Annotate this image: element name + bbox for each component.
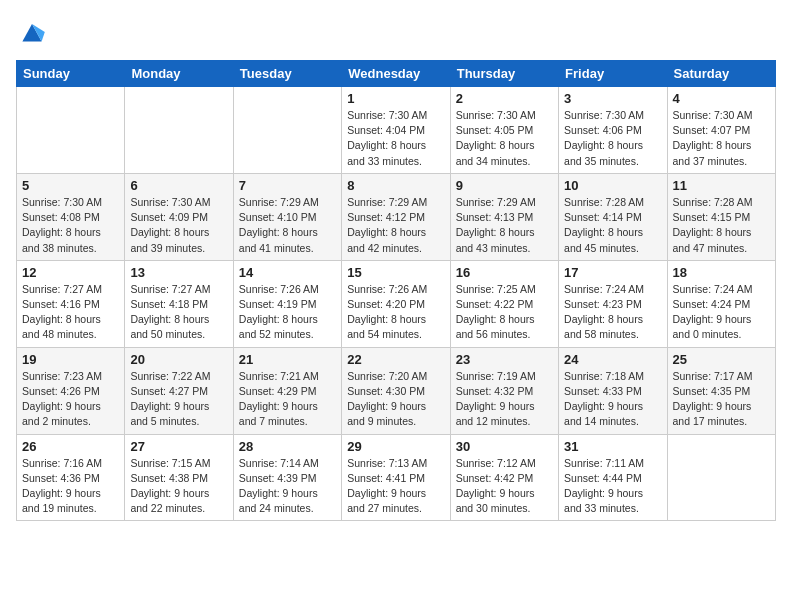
day-number: 9 bbox=[456, 178, 553, 193]
day-info: Sunrise: 7:30 AM Sunset: 4:07 PM Dayligh… bbox=[673, 108, 770, 169]
calendar-cell: 27Sunrise: 7:15 AM Sunset: 4:38 PM Dayli… bbox=[125, 434, 233, 521]
weekday-header: Tuesday bbox=[233, 61, 341, 87]
calendar-week-row: 12Sunrise: 7:27 AM Sunset: 4:16 PM Dayli… bbox=[17, 260, 776, 347]
calendar-cell: 4Sunrise: 7:30 AM Sunset: 4:07 PM Daylig… bbox=[667, 87, 775, 174]
day-number: 26 bbox=[22, 439, 119, 454]
day-info: Sunrise: 7:17 AM Sunset: 4:35 PM Dayligh… bbox=[673, 369, 770, 430]
day-number: 22 bbox=[347, 352, 444, 367]
calendar-cell: 5Sunrise: 7:30 AM Sunset: 4:08 PM Daylig… bbox=[17, 173, 125, 260]
day-info: Sunrise: 7:16 AM Sunset: 4:36 PM Dayligh… bbox=[22, 456, 119, 517]
day-info: Sunrise: 7:23 AM Sunset: 4:26 PM Dayligh… bbox=[22, 369, 119, 430]
day-number: 4 bbox=[673, 91, 770, 106]
day-info: Sunrise: 7:24 AM Sunset: 4:24 PM Dayligh… bbox=[673, 282, 770, 343]
day-number: 31 bbox=[564, 439, 661, 454]
day-info: Sunrise: 7:30 AM Sunset: 4:09 PM Dayligh… bbox=[130, 195, 227, 256]
calendar-cell: 31Sunrise: 7:11 AM Sunset: 4:44 PM Dayli… bbox=[559, 434, 667, 521]
header bbox=[16, 16, 776, 48]
calendar-cell: 17Sunrise: 7:24 AM Sunset: 4:23 PM Dayli… bbox=[559, 260, 667, 347]
weekday-row: SundayMondayTuesdayWednesdayThursdayFrid… bbox=[17, 61, 776, 87]
day-number: 18 bbox=[673, 265, 770, 280]
calendar-cell: 29Sunrise: 7:13 AM Sunset: 4:41 PM Dayli… bbox=[342, 434, 450, 521]
day-info: Sunrise: 7:19 AM Sunset: 4:32 PM Dayligh… bbox=[456, 369, 553, 430]
day-number: 30 bbox=[456, 439, 553, 454]
day-info: Sunrise: 7:11 AM Sunset: 4:44 PM Dayligh… bbox=[564, 456, 661, 517]
calendar-cell: 9Sunrise: 7:29 AM Sunset: 4:13 PM Daylig… bbox=[450, 173, 558, 260]
day-number: 29 bbox=[347, 439, 444, 454]
calendar-cell: 8Sunrise: 7:29 AM Sunset: 4:12 PM Daylig… bbox=[342, 173, 450, 260]
day-info: Sunrise: 7:30 AM Sunset: 4:04 PM Dayligh… bbox=[347, 108, 444, 169]
calendar-cell: 20Sunrise: 7:22 AM Sunset: 4:27 PM Dayli… bbox=[125, 347, 233, 434]
calendar-cell: 1Sunrise: 7:30 AM Sunset: 4:04 PM Daylig… bbox=[342, 87, 450, 174]
calendar-cell: 7Sunrise: 7:29 AM Sunset: 4:10 PM Daylig… bbox=[233, 173, 341, 260]
calendar-cell: 3Sunrise: 7:30 AM Sunset: 4:06 PM Daylig… bbox=[559, 87, 667, 174]
day-info: Sunrise: 7:14 AM Sunset: 4:39 PM Dayligh… bbox=[239, 456, 336, 517]
day-info: Sunrise: 7:30 AM Sunset: 4:05 PM Dayligh… bbox=[456, 108, 553, 169]
day-number: 8 bbox=[347, 178, 444, 193]
day-info: Sunrise: 7:28 AM Sunset: 4:15 PM Dayligh… bbox=[673, 195, 770, 256]
calendar-cell: 16Sunrise: 7:25 AM Sunset: 4:22 PM Dayli… bbox=[450, 260, 558, 347]
calendar-cell: 30Sunrise: 7:12 AM Sunset: 4:42 PM Dayli… bbox=[450, 434, 558, 521]
calendar-cell: 22Sunrise: 7:20 AM Sunset: 4:30 PM Dayli… bbox=[342, 347, 450, 434]
day-number: 5 bbox=[22, 178, 119, 193]
calendar-cell: 23Sunrise: 7:19 AM Sunset: 4:32 PM Dayli… bbox=[450, 347, 558, 434]
day-number: 15 bbox=[347, 265, 444, 280]
day-number: 27 bbox=[130, 439, 227, 454]
day-info: Sunrise: 7:20 AM Sunset: 4:30 PM Dayligh… bbox=[347, 369, 444, 430]
logo bbox=[16, 16, 52, 48]
weekday-header: Sunday bbox=[17, 61, 125, 87]
calendar-cell: 24Sunrise: 7:18 AM Sunset: 4:33 PM Dayli… bbox=[559, 347, 667, 434]
day-info: Sunrise: 7:24 AM Sunset: 4:23 PM Dayligh… bbox=[564, 282, 661, 343]
day-number: 23 bbox=[456, 352, 553, 367]
day-info: Sunrise: 7:29 AM Sunset: 4:12 PM Dayligh… bbox=[347, 195, 444, 256]
day-info: Sunrise: 7:25 AM Sunset: 4:22 PM Dayligh… bbox=[456, 282, 553, 343]
calendar-cell bbox=[233, 87, 341, 174]
calendar-cell: 14Sunrise: 7:26 AM Sunset: 4:19 PM Dayli… bbox=[233, 260, 341, 347]
calendar-cell: 6Sunrise: 7:30 AM Sunset: 4:09 PM Daylig… bbox=[125, 173, 233, 260]
calendar-cell: 25Sunrise: 7:17 AM Sunset: 4:35 PM Dayli… bbox=[667, 347, 775, 434]
calendar-cell: 18Sunrise: 7:24 AM Sunset: 4:24 PM Dayli… bbox=[667, 260, 775, 347]
day-number: 6 bbox=[130, 178, 227, 193]
day-number: 13 bbox=[130, 265, 227, 280]
day-number: 2 bbox=[456, 91, 553, 106]
day-number: 12 bbox=[22, 265, 119, 280]
day-info: Sunrise: 7:29 AM Sunset: 4:10 PM Dayligh… bbox=[239, 195, 336, 256]
day-info: Sunrise: 7:30 AM Sunset: 4:06 PM Dayligh… bbox=[564, 108, 661, 169]
calendar-cell: 21Sunrise: 7:21 AM Sunset: 4:29 PM Dayli… bbox=[233, 347, 341, 434]
day-info: Sunrise: 7:27 AM Sunset: 4:18 PM Dayligh… bbox=[130, 282, 227, 343]
weekday-header: Thursday bbox=[450, 61, 558, 87]
day-info: Sunrise: 7:12 AM Sunset: 4:42 PM Dayligh… bbox=[456, 456, 553, 517]
calendar-cell bbox=[125, 87, 233, 174]
calendar-cell: 19Sunrise: 7:23 AM Sunset: 4:26 PM Dayli… bbox=[17, 347, 125, 434]
day-info: Sunrise: 7:29 AM Sunset: 4:13 PM Dayligh… bbox=[456, 195, 553, 256]
calendar-week-row: 5Sunrise: 7:30 AM Sunset: 4:08 PM Daylig… bbox=[17, 173, 776, 260]
day-number: 21 bbox=[239, 352, 336, 367]
calendar-cell: 28Sunrise: 7:14 AM Sunset: 4:39 PM Dayli… bbox=[233, 434, 341, 521]
day-number: 3 bbox=[564, 91, 661, 106]
day-number: 14 bbox=[239, 265, 336, 280]
day-info: Sunrise: 7:26 AM Sunset: 4:19 PM Dayligh… bbox=[239, 282, 336, 343]
calendar-cell: 15Sunrise: 7:26 AM Sunset: 4:20 PM Dayli… bbox=[342, 260, 450, 347]
day-info: Sunrise: 7:15 AM Sunset: 4:38 PM Dayligh… bbox=[130, 456, 227, 517]
calendar-cell bbox=[17, 87, 125, 174]
weekday-header: Monday bbox=[125, 61, 233, 87]
weekday-header: Friday bbox=[559, 61, 667, 87]
day-info: Sunrise: 7:30 AM Sunset: 4:08 PM Dayligh… bbox=[22, 195, 119, 256]
calendar-cell: 11Sunrise: 7:28 AM Sunset: 4:15 PM Dayli… bbox=[667, 173, 775, 260]
calendar-cell: 2Sunrise: 7:30 AM Sunset: 4:05 PM Daylig… bbox=[450, 87, 558, 174]
day-info: Sunrise: 7:26 AM Sunset: 4:20 PM Dayligh… bbox=[347, 282, 444, 343]
day-info: Sunrise: 7:28 AM Sunset: 4:14 PM Dayligh… bbox=[564, 195, 661, 256]
day-info: Sunrise: 7:21 AM Sunset: 4:29 PM Dayligh… bbox=[239, 369, 336, 430]
calendar-week-row: 1Sunrise: 7:30 AM Sunset: 4:04 PM Daylig… bbox=[17, 87, 776, 174]
day-number: 19 bbox=[22, 352, 119, 367]
day-number: 16 bbox=[456, 265, 553, 280]
calendar-week-row: 26Sunrise: 7:16 AM Sunset: 4:36 PM Dayli… bbox=[17, 434, 776, 521]
day-number: 10 bbox=[564, 178, 661, 193]
calendar-header: SundayMondayTuesdayWednesdayThursdayFrid… bbox=[17, 61, 776, 87]
day-number: 25 bbox=[673, 352, 770, 367]
calendar-cell: 13Sunrise: 7:27 AM Sunset: 4:18 PM Dayli… bbox=[125, 260, 233, 347]
calendar-cell: 12Sunrise: 7:27 AM Sunset: 4:16 PM Dayli… bbox=[17, 260, 125, 347]
calendar-week-row: 19Sunrise: 7:23 AM Sunset: 4:26 PM Dayli… bbox=[17, 347, 776, 434]
day-number: 17 bbox=[564, 265, 661, 280]
day-number: 20 bbox=[130, 352, 227, 367]
calendar-cell: 26Sunrise: 7:16 AM Sunset: 4:36 PM Dayli… bbox=[17, 434, 125, 521]
